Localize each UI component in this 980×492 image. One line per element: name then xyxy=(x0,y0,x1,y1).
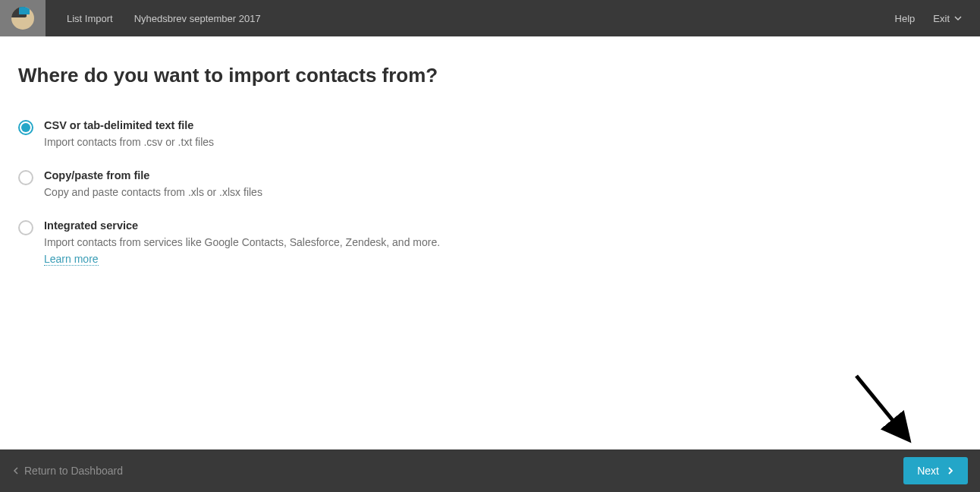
bottom-bar: Return to Dashboard Next xyxy=(0,449,980,492)
learn-more-link[interactable]: Learn more xyxy=(44,253,99,266)
chevron-down-icon xyxy=(954,13,962,24)
return-to-dashboard-link[interactable]: Return to Dashboard xyxy=(12,465,123,477)
option-integrated-desc: Import contacts from services like Googl… xyxy=(44,236,440,248)
main-content: Where do you want to import contacts fro… xyxy=(0,36,980,266)
option-copypaste-desc: Copy and paste contacts from .xls or .xl… xyxy=(44,186,262,198)
breadcrumb-campaign-name: Nyhedsbrev september 2017 xyxy=(134,13,261,24)
breadcrumb-list-import[interactable]: List Import xyxy=(67,13,113,24)
help-label: Help xyxy=(895,13,916,24)
option-copypaste: Copy/paste from file Copy and paste cont… xyxy=(18,169,962,198)
radio-csv[interactable] xyxy=(18,120,33,135)
return-label: Return to Dashboard xyxy=(24,465,123,477)
svg-line-0 xyxy=(856,376,904,434)
option-integrated-label[interactable]: Integrated service xyxy=(44,219,440,232)
chevron-left-icon xyxy=(12,465,20,477)
option-copypaste-label[interactable]: Copy/paste from file xyxy=(44,169,262,181)
page-title: Where do you want to import contacts fro… xyxy=(18,64,962,87)
logo[interactable] xyxy=(0,0,46,36)
next-label: Next xyxy=(917,465,939,477)
next-button[interactable]: Next xyxy=(903,457,968,484)
option-integrated: Integrated service Import contacts from … xyxy=(18,219,962,266)
top-bar: List Import Nyhedsbrev september 2017 He… xyxy=(0,0,980,36)
option-csv-desc: Import contacts from .csv or .txt files xyxy=(44,136,214,148)
chevron-right-icon xyxy=(947,465,954,477)
radio-integrated[interactable] xyxy=(18,220,33,235)
exit-label: Exit xyxy=(933,13,950,24)
annotation-arrow-icon xyxy=(845,372,921,448)
mailchimp-icon xyxy=(11,7,34,30)
option-csv: CSV or tab-delimited text file Import co… xyxy=(18,119,962,148)
option-csv-label[interactable]: CSV or tab-delimited text file xyxy=(44,119,214,131)
exit-link[interactable]: Exit xyxy=(933,13,962,24)
radio-copypaste[interactable] xyxy=(18,170,33,185)
help-link[interactable]: Help xyxy=(895,13,916,24)
